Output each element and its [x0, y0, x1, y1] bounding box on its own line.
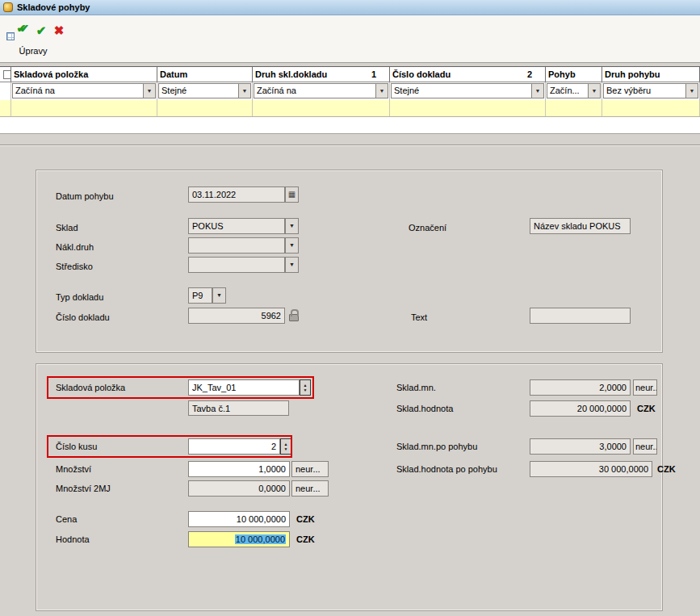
mnozstvi-2mj-label: Množství 2MJ [56, 480, 111, 497]
chevron-down-icon[interactable]: ▼ [685, 84, 698, 98]
chevron-down-icon[interactable]: ▼ [143, 84, 155, 98]
filter-combo-druh-skl-dokladu[interactable]: Začíná na ▼ [254, 83, 388, 98]
column-label: Datum [160, 69, 187, 79]
mnozstvi-mj-display: neur... [291, 461, 329, 477]
select-all-checkbox[interactable] [3, 70, 11, 79]
new-row-cell[interactable] [11, 100, 157, 116]
datum-pohybu-field[interactable]: 03.11.2022 [188, 186, 285, 203]
chevron-down-icon[interactable]: ▼ [531, 84, 543, 98]
filter-value: Začíná na [254, 84, 375, 98]
typ-dokladu-lookup-button[interactable]: ▼ [212, 287, 226, 304]
toolbar: ✔✔ ✔ ✖ Úpravy [0, 15, 700, 63]
spin-down-icon: ▼ [304, 388, 308, 392]
skladova-polozka-spin-button[interactable]: ▲ ▼ [300, 379, 311, 396]
grid-new-record-row[interactable] [0, 100, 700, 117]
text-field[interactable] [530, 308, 631, 324]
sklad-mn-mj-display: neur... [633, 379, 657, 396]
mnozstvi-2mj-field: 0,0000 [188, 480, 290, 497]
cena-label: Cena [56, 511, 77, 527]
new-row-cell[interactable] [602, 100, 700, 116]
filter-grid: Skladová položka Datum Druh skl.dokladu … [0, 66, 700, 134]
filter-cell: Začín... ▼ [546, 82, 602, 100]
nakl-druh-field[interactable] [188, 237, 285, 254]
filter-value: Stejné [392, 84, 531, 98]
filter-combo-cislo-dokladu[interactable]: Stejné ▼ [391, 83, 544, 98]
filter-value: Bez výběru [604, 84, 685, 98]
sklad-hodnota-po-display: 30 000,0000 [530, 461, 652, 477]
cancel-button[interactable]: ✖ [50, 20, 68, 41]
toolbar-group-label: Úpravy [10, 46, 57, 56]
grid-header-druh-pohybu[interactable]: Druh pohybu [602, 67, 700, 82]
lock-icon [289, 314, 299, 321]
skladova-polozka-popis-display: Tavba č.1 [188, 400, 289, 416]
grid-header-datum[interactable]: Datum [157, 67, 253, 82]
grid-header-cislo-dokladu[interactable]: Číslo dokladu 2 [390, 67, 546, 82]
ok-button[interactable]: ✔ [32, 20, 50, 41]
chevron-down-icon[interactable]: ▼ [238, 84, 250, 98]
column-label: Skladová položka [14, 69, 88, 79]
header-form-panel: Datum pohybu 03.11.2022 ▦ Sklad POKUS ▼ … [36, 170, 663, 353]
hodnota-label: Hodnota [56, 531, 90, 547]
new-row-cell[interactable] [546, 100, 602, 116]
chevron-down-icon: ▼ [286, 238, 298, 253]
grid-header-pohyb[interactable]: Pohyb [546, 67, 602, 82]
cislo-dokladu-field[interactable]: 5962 [188, 308, 285, 324]
grid-header-skladova-polozka[interactable]: Skladová položka [11, 67, 157, 82]
nakl-druh-label: Nákl.druh [56, 239, 94, 255]
sort-order-badge: 2 [527, 67, 532, 82]
filter-combo-druh-pohybu[interactable]: Bez výběru ▼ [603, 83, 698, 98]
hodnota-field[interactable]: 10 000,0000 [188, 531, 290, 547]
new-row-cell[interactable] [0, 100, 11, 116]
filter-combo-pohyb[interactable]: Začín... ▼ [547, 83, 601, 98]
cislo-kusu-field[interactable]: 2 [188, 438, 280, 455]
sklad-mn-display: 2,0000 [530, 379, 631, 396]
filter-value: Stejné [159, 84, 238, 98]
column-label: Druh pohybu [605, 69, 660, 79]
sort-order-badge: 1 [371, 67, 376, 82]
chevron-down-icon[interactable]: ▼ [588, 84, 600, 98]
datum-pohybu-label: Datum pohybu [56, 188, 114, 204]
window-title: Skladové pohyby [17, 2, 90, 12]
filter-cell: Bez výběru ▼ [602, 82, 700, 100]
grid-empty-row [0, 117, 700, 134]
cena-currency: CZK [296, 511, 315, 527]
filter-combo-datum[interactable]: Stejné ▼ [158, 83, 251, 98]
new-row-cell[interactable] [253, 100, 390, 116]
calendar-button[interactable]: ▦ [285, 186, 299, 203]
titlebar: Skladové pohyby [0, 0, 700, 15]
skladova-polozka-label: Skladová položka [56, 379, 125, 396]
stredisko-lookup-button[interactable]: ▼ [285, 257, 299, 273]
check-icon: ✔ [36, 23, 47, 37]
grid-header-druh-skl-dokladu[interactable]: Druh skl.dokladu 1 [253, 67, 390, 82]
skladova-polozka-field[interactable]: JK_Tav_01 [188, 379, 300, 396]
confirm-records-button[interactable]: ✔✔ [6, 20, 27, 41]
mnozstvi-field[interactable]: 1,0000 [188, 461, 290, 477]
grid-header-row: Skladová položka Datum Druh skl.dokladu … [0, 66, 700, 82]
sklad-mn-po-display: 3,0000 [530, 438, 631, 455]
filter-cell: Začíná na ▼ [253, 82, 390, 100]
stredisko-field[interactable] [188, 257, 285, 273]
new-row-cell[interactable] [390, 100, 546, 116]
chevron-down-icon[interactable]: ▼ [375, 84, 388, 98]
typ-dokladu-label: Typ dokladu [56, 289, 103, 305]
separator-line [0, 145, 700, 146]
cislo-kusu-label: Číslo kusu [56, 438, 97, 455]
sklad-hodnota-po-label: Sklad.hodnota po pohybu [396, 461, 497, 477]
cena-field[interactable]: 10 000,0000 [188, 511, 290, 527]
filter-cell: Stejné ▼ [157, 82, 253, 100]
sklad-field[interactable]: POKUS [188, 218, 285, 234]
sklad-lookup-button[interactable]: ▼ [285, 218, 299, 234]
filter-combo-skladova-polozka[interactable]: Začíná na ▼ [12, 83, 156, 98]
cislo-kusu-spin-button[interactable]: ▲ ▼ [280, 438, 291, 455]
typ-dokladu-field[interactable]: P9 [188, 287, 212, 304]
detail-form-panel: Skladová položka JK_Tav_01 ▲ ▼ Tavba č.1… [36, 363, 663, 611]
new-row-cell[interactable] [157, 100, 253, 116]
chevron-down-icon: ▼ [286, 219, 298, 233]
chevron-down-icon: ▼ [213, 288, 225, 303]
grid-header-checkbox-cell [0, 67, 11, 82]
records-grid-icon [6, 32, 15, 40]
sklad-hodnota-label: Sklad.hodnota [396, 400, 453, 417]
app-icon [3, 2, 13, 12]
nakl-druh-lookup-button[interactable]: ▼ [285, 237, 299, 254]
stredisko-label: Středisko [56, 258, 93, 274]
